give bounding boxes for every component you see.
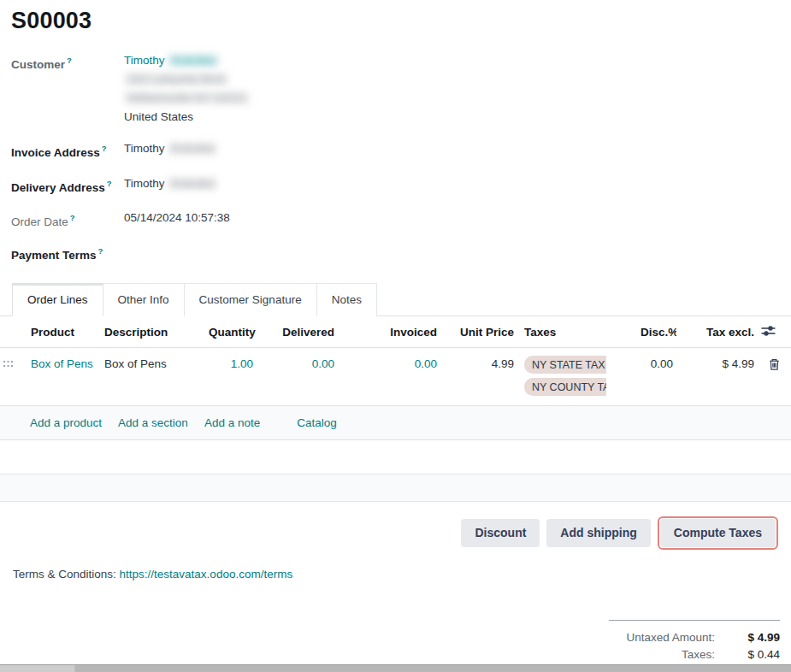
cell-invoiced[interactable]: 0.00	[338, 348, 440, 406]
tax-tags: NY STATE TAX NY COUNTY TAX	[524, 356, 606, 396]
optional-columns-header	[758, 316, 791, 348]
col-product: Product	[24, 316, 101, 348]
handle-column-header	[0, 316, 24, 348]
row-drag-handle-icon[interactable]	[0, 348, 24, 406]
order-fields: Customer? Timothy Kukulka 182 Lafayette …	[11, 51, 791, 263]
help-icon[interactable]: ?	[107, 179, 112, 188]
table-footer-links: Add a product Add a section Add a note C…	[0, 405, 791, 440]
discount-button[interactable]: Discount	[461, 519, 540, 547]
customer-name-link[interactable]: Timothy	[124, 54, 165, 67]
cell-quantity[interactable]: 1.00	[205, 348, 257, 406]
terms-and-conditions: Terms & Conditions: https://testavatax.o…	[13, 568, 791, 581]
compute-taxes-highlight: Compute Taxes	[658, 516, 778, 550]
col-disc: Disc.%	[637, 316, 676, 348]
bottom-edge-left-segment	[0, 665, 75, 672]
col-invoiced: Invoiced	[338, 316, 440, 348]
help-icon[interactable]: ?	[70, 213, 75, 222]
optional-columns-icon[interactable]	[761, 325, 776, 339]
tax-tag[interactable]: NY COUNTY TAX	[524, 378, 606, 396]
col-taxes: Taxes	[517, 316, 637, 348]
add-section-link[interactable]: Add a section	[118, 416, 188, 429]
tab-notes[interactable]: Notes	[317, 283, 377, 316]
terms-label: Terms & Conditions:	[13, 568, 116, 581]
customer-address-line2-redacted: Williamsville NY 14221	[124, 91, 250, 104]
cell-actions	[758, 348, 791, 406]
add-note-link[interactable]: Add a note	[204, 416, 260, 429]
invoice-address-label: Invoice Address?	[11, 139, 124, 162]
bottom-window-edge	[0, 664, 791, 672]
invoice-address-redacted: Kukulka	[168, 142, 217, 155]
order-lines-table: Product Description Quantity Delivered I…	[0, 316, 791, 405]
customer-label: Customer?	[11, 51, 124, 127]
invoice-address-value[interactable]: Timothy Kukulka	[124, 139, 217, 162]
untaxed-amount-label: Untaxed Amount:	[609, 631, 723, 644]
tab-customer-signature[interactable]: Customer Signature	[185, 283, 317, 316]
tax-tag[interactable]: NY STATE TAX	[524, 356, 606, 374]
cell-disc[interactable]: 0.00	[637, 348, 676, 406]
untaxed-amount-row: Untaxed Amount: $ 4.99	[609, 628, 780, 645]
empty-table-row	[0, 475, 791, 502]
customer-country: United States	[124, 108, 250, 127]
delete-row-icon[interactable]	[768, 357, 781, 374]
cell-description[interactable]: Box of Pens	[101, 348, 205, 406]
bottom-edge-right-segment	[75, 665, 791, 672]
taxes-row: Taxes: $ 0.44	[609, 645, 780, 663]
field-payment-terms: Payment Terms?	[11, 242, 791, 264]
untaxed-amount-value: $ 4.99	[723, 631, 780, 644]
customer-address-line1-redacted: 182 Lafayette Blvd	[124, 73, 228, 85]
cell-unit-price[interactable]: 4.99	[440, 348, 517, 406]
customer-value: Timothy Kukulka 182 Lafayette Blvd Willi…	[124, 51, 250, 127]
delivery-address-value[interactable]: Timothy Kukulka	[124, 174, 217, 197]
help-icon[interactable]: ?	[67, 56, 72, 65]
order-date-value[interactable]: 05/14/2024 10:57:38	[124, 209, 230, 231]
help-icon[interactable]: ?	[102, 144, 107, 153]
field-customer: Customer? Timothy Kukulka 182 Lafayette …	[11, 51, 791, 127]
cell-tax-excl: $ 4.99	[676, 348, 758, 406]
help-icon[interactable]: ?	[98, 246, 103, 256]
tab-other-info[interactable]: Other Info	[103, 283, 185, 316]
col-unit-price: Unit Price	[440, 316, 517, 348]
col-tax-excl: Tax excl.	[676, 316, 758, 348]
tab-order-lines[interactable]: Order Lines	[12, 283, 103, 316]
customer-lastname-redacted: Kukulka	[168, 54, 219, 67]
cell-delivered[interactable]: 0.00	[257, 348, 338, 406]
delivery-address-label: Delivery Address?	[11, 174, 124, 197]
order-action-buttons: Discount Add shipping Compute Taxes	[0, 516, 778, 550]
empty-table-row	[0, 440, 791, 475]
catalog-link[interactable]: Catalog	[297, 416, 337, 429]
table-header-row: Product Description Quantity Delivered I…	[0, 316, 791, 348]
add-shipping-button[interactable]: Add shipping	[546, 519, 650, 547]
terms-link[interactable]: https://testavatax.odoo.com/terms	[120, 568, 293, 581]
notebook-tabs: Order Lines Other Info Customer Signatur…	[0, 283, 791, 316]
field-invoice-address: Invoice Address? Timothy Kukulka	[11, 139, 791, 162]
col-description: Description	[101, 316, 205, 348]
compute-taxes-button[interactable]: Compute Taxes	[660, 519, 776, 547]
cell-product-link[interactable]: Box of Pens	[24, 348, 101, 406]
payment-terms-label: Payment Terms?	[11, 242, 124, 264]
col-quantity: Quantity	[205, 316, 257, 348]
order-line-row: Box of Pens Box of Pens 1.00 0.00 0.00 4…	[0, 348, 791, 406]
cell-taxes[interactable]: NY STATE TAX NY COUNTY TAX	[517, 348, 637, 406]
taxes-value: $ 0.44	[723, 648, 780, 661]
taxes-label: Taxes:	[609, 648, 723, 661]
field-order-date: Order Date? 05/14/2024 10:57:38	[11, 209, 791, 231]
page-title: S00003	[11, 8, 791, 34]
col-delivered: Delivered	[257, 316, 338, 348]
field-delivery-address: Delivery Address? Timothy Kukulka	[11, 174, 791, 197]
order-date-label: Order Date?	[11, 209, 124, 231]
delivery-address-redacted: Kukulka	[168, 177, 217, 190]
add-product-link[interactable]: Add a product	[30, 416, 102, 429]
